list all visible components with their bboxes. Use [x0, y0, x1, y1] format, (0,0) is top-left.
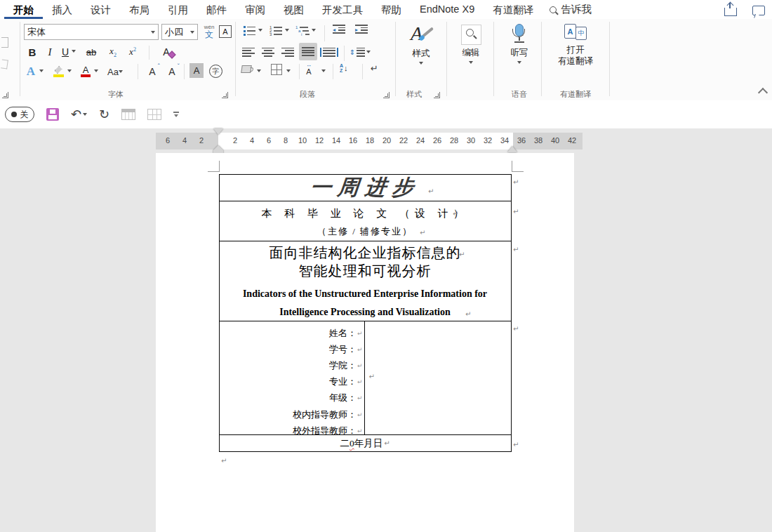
numbering-button[interactable]: 1 2 3: [268, 24, 284, 38]
tab-help[interactable]: 帮助: [372, 0, 411, 19]
undo-button[interactable]: ↶: [71, 108, 87, 121]
highlight-color-button[interactable]: [51, 62, 66, 81]
distributed-button[interactable]: [320, 44, 338, 60]
character-shading-button[interactable]: A: [189, 63, 204, 78]
bold-button[interactable]: B: [25, 44, 39, 60]
phonetic-guide-button[interactable]: wén 文: [201, 22, 218, 41]
field-row-grade[interactable]: 年级：↵: [220, 390, 364, 406]
font-dialog-launcher[interactable]: [222, 92, 228, 98]
grow-font-button[interactable]: Aˆ: [145, 62, 160, 81]
toggle-switch[interactable]: 关: [5, 107, 34, 122]
tab-endnote[interactable]: EndNote X9: [411, 0, 484, 19]
increase-indent-button[interactable]: ▸: [355, 25, 368, 34]
shrink-font-button[interactable]: Aˇ: [164, 62, 180, 81]
clipboard-icon[interactable]: [1, 37, 8, 48]
underline-dropdown[interactable]: [72, 50, 76, 53]
multilevel-list-button[interactable]: 1 a i: [295, 24, 310, 38]
insert-table-button[interactable]: [147, 109, 161, 120]
bullets-dropdown[interactable]: [258, 29, 262, 32]
field-row-major[interactable]: 专业：↵: [220, 374, 364, 390]
document-workspace: 6422468101214161820222426283032343638404…: [0, 128, 772, 532]
asian-layout-dropdown[interactable]: [321, 69, 326, 72]
sort-button[interactable]: AZ ↓: [340, 63, 348, 73]
font-color-button[interactable]: A: [79, 62, 93, 81]
customize-qat-button[interactable]: [173, 112, 179, 117]
tab-view[interactable]: 视图: [274, 0, 313, 19]
tab-mailings[interactable]: 邮件: [197, 0, 236, 19]
borders-button[interactable]: [271, 64, 282, 75]
save-button[interactable]: [46, 108, 59, 121]
styles-icon: A: [409, 23, 433, 46]
tell-me[interactable]: 告诉我: [550, 3, 592, 16]
shading-dropdown[interactable]: [257, 69, 261, 72]
shading-button[interactable]: [241, 65, 251, 73]
gridlines-button[interactable]: [121, 109, 135, 120]
superscript-button[interactable]: x2: [125, 44, 140, 60]
strikethrough-button[interactable]: ab: [83, 44, 100, 60]
field-values-column[interactable]: ↵: [364, 321, 511, 434]
show-marks-button[interactable]: ↵: [371, 63, 378, 74]
field-row-student-name[interactable]: 姓名：↵: [220, 325, 364, 341]
font-size-select[interactable]: 小四: [161, 24, 198, 40]
comments-icon[interactable]: [752, 6, 765, 15]
italic-button[interactable]: I: [44, 44, 56, 60]
fields-row[interactable]: 姓名：↵学号：↵学院：↵专业：↵年级：↵校内指导教师：↵校外指导教师：↵ ↵: [220, 321, 511, 435]
format-painter-icon[interactable]: [1, 59, 8, 69]
align-right-button[interactable]: [279, 44, 296, 60]
enclose-characters-button[interactable]: 字: [209, 65, 222, 78]
share-icon[interactable]: [724, 8, 737, 16]
character-border-button[interactable]: A: [219, 25, 232, 38]
text-effects-dropdown[interactable]: [39, 69, 44, 72]
highlight-color-dropdown[interactable]: [67, 69, 72, 72]
field-row-college[interactable]: 学院：↵: [220, 357, 364, 373]
text-effects-button[interactable]: A: [23, 62, 39, 81]
numbering-dropdown[interactable]: [285, 29, 289, 32]
styles-button[interactable]: A 样式: [401, 23, 441, 65]
tab-developer[interactable]: 开发工具: [313, 0, 372, 19]
underline-button[interactable]: U: [59, 44, 72, 60]
tab-design[interactable]: 设计: [81, 0, 120, 19]
subscript-button[interactable]: x2: [105, 44, 121, 60]
field-row-student-id[interactable]: 学号：↵: [220, 341, 364, 357]
paragraph-dialog-launcher[interactable]: [383, 92, 390, 98]
multilevel-list-dropdown[interactable]: [312, 29, 316, 32]
document-page[interactable]: 一周进步 本 科 毕 业 论 文 （设 计） （主修 / 辅修专业） 面向非结构…: [156, 153, 574, 532]
toggle-dot: [11, 112, 17, 117]
tab-layout[interactable]: 布局: [120, 0, 159, 19]
tab-review[interactable]: 审阅: [236, 0, 274, 19]
align-center-button[interactable]: [260, 44, 277, 60]
change-case-button[interactable]: Aa: [107, 62, 124, 81]
field-row-internal-advisor[interactable]: 校内指导教师：↵: [220, 406, 364, 423]
date-row[interactable]: 二 0年月日↵: [220, 435, 511, 451]
bullets-button[interactable]: [241, 24, 257, 38]
dictate-button[interactable]: 听写: [500, 24, 539, 64]
font-name-select[interactable]: 宋体: [24, 24, 159, 40]
ruler-number: 8: [280, 136, 291, 145]
tab-home[interactable]: 开始: [4, 0, 43, 19]
align-left-button[interactable]: [240, 44, 257, 60]
tab-insert[interactable]: 插入: [43, 0, 81, 19]
tab-youdao[interactable]: 有道翻译: [484, 0, 543, 19]
line-spacing-button[interactable]: ⇕: [350, 44, 371, 60]
phonetic-guide-icon: wén 文: [204, 25, 215, 39]
decrease-indent-button[interactable]: ◂: [333, 25, 345, 34]
asian-layout-icon: ↔A: [306, 62, 312, 76]
edit-button[interactable]: 编辑: [452, 25, 490, 64]
right-indent-marker[interactable]: [507, 146, 517, 152]
find-icon: [461, 25, 481, 45]
tab-references[interactable]: 引用: [159, 0, 197, 19]
font-color-dropdown[interactable]: [94, 69, 98, 72]
styles-dialog-launcher[interactable]: [434, 92, 440, 98]
clipboard-dialog-launcher[interactable]: [2, 92, 8, 98]
collapse-ribbon-icon[interactable]: [758, 88, 768, 98]
justify-button[interactable]: [299, 43, 317, 60]
subtitle-row[interactable]: 本 科 毕 业 论 文 （设 计） （主修 / 辅修专业）: [220, 201, 511, 241]
open-youdao-translate-button[interactable]: 中 A 打开有道翻译: [547, 24, 604, 67]
asian-layout-button[interactable]: ↔A: [306, 62, 312, 76]
borders-dropdown[interactable]: [286, 69, 291, 72]
title-row[interactable]: 面向非结构化企业指标信息的 智能处理和可视分析 Indicators of th…: [220, 241, 511, 321]
redo-button[interactable]: ↻: [99, 108, 109, 121]
logo-row[interactable]: 一周进步: [220, 175, 511, 201]
first-line-indent-marker[interactable]: [213, 128, 223, 135]
clear-formatting-button[interactable]: A: [157, 44, 175, 60]
